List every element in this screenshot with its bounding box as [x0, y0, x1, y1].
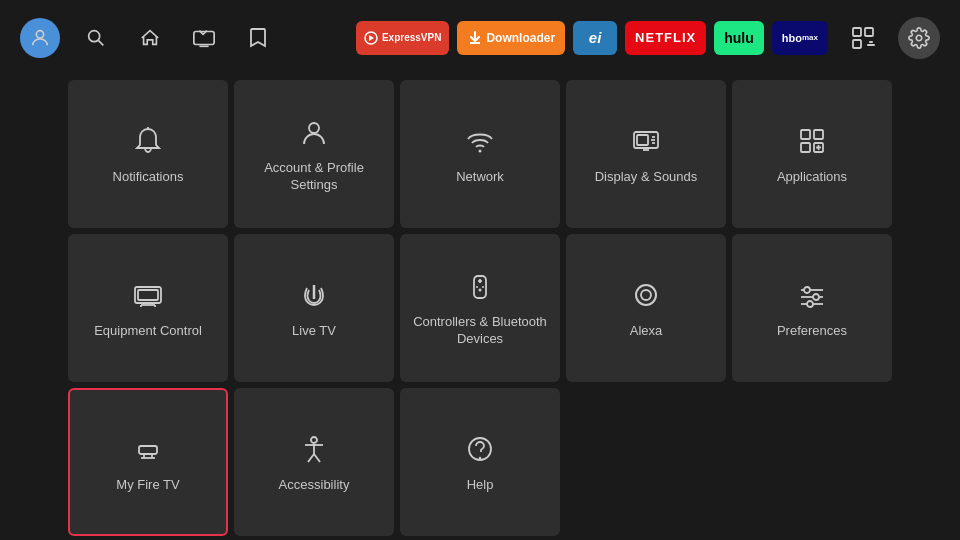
alexa-label: Alexa	[630, 323, 663, 340]
grid-item-preferences[interactable]: Preferences	[732, 234, 892, 382]
help-icon	[462, 431, 498, 467]
downloader-app[interactable]: Downloader	[457, 21, 565, 55]
notifications-icon	[130, 123, 166, 159]
netflix-app[interactable]: NETFLIX	[625, 21, 706, 55]
grid-item-display-sounds[interactable]: Display & Sounds	[566, 80, 726, 228]
svg-rect-6	[853, 28, 861, 36]
ei-app[interactable]: ei	[573, 21, 617, 55]
controllers-label: Controllers & Bluetooth Devices	[410, 314, 550, 348]
svg-point-14	[479, 149, 482, 152]
grid-item-notifications[interactable]: Notifications	[68, 80, 228, 228]
svg-rect-23	[814, 130, 823, 139]
hulu-app[interactable]: hulu	[714, 21, 764, 55]
grid-item-network[interactable]: Network	[400, 80, 560, 228]
apps-grid-icon[interactable]	[846, 21, 880, 55]
svg-point-41	[636, 285, 656, 305]
equipment-label: Equipment Control	[94, 323, 202, 340]
svg-point-59	[479, 456, 481, 458]
account-label: Account & Profile Settings	[244, 160, 384, 194]
svg-rect-31	[138, 290, 158, 300]
expressvpn-app[interactable]: ExpressVPN	[356, 21, 449, 55]
controllers-icon	[462, 268, 498, 304]
equipment-icon	[130, 277, 166, 313]
svg-line-56	[308, 454, 314, 462]
notifications-label: Notifications	[113, 169, 184, 186]
svg-rect-9	[869, 41, 873, 43]
svg-point-38	[479, 289, 482, 292]
svg-rect-49	[139, 446, 157, 454]
svg-point-39	[476, 286, 478, 288]
bookmark-icon[interactable]	[240, 20, 276, 56]
accessibility-label: Accessibility	[279, 477, 350, 494]
network-icon	[462, 123, 498, 159]
svg-point-48	[807, 301, 813, 307]
svg-point-42	[641, 290, 651, 300]
svg-rect-22	[801, 130, 810, 139]
preferences-label: Preferences	[777, 323, 847, 340]
livetv-icon	[296, 277, 332, 313]
tv-icon[interactable]	[186, 20, 222, 56]
grid-item-myfiretv[interactable]: My Fire TV	[68, 388, 228, 536]
grid-item-applications[interactable]: Applications	[732, 80, 892, 228]
account-icon	[296, 114, 332, 150]
grid-item-account[interactable]: Account & Profile Settings	[234, 80, 394, 228]
livetv-label: Live TV	[292, 323, 336, 340]
svg-rect-18	[637, 135, 648, 145]
top-navigation: ExpressVPN Downloader ei NETFLIX hulu hb…	[0, 0, 960, 75]
svg-rect-24	[801, 143, 810, 152]
myfiretv-label: My Fire TV	[116, 477, 179, 494]
avatar[interactable]	[20, 18, 60, 58]
grid-item-equipment[interactable]: Equipment Control	[68, 234, 228, 382]
svg-point-0	[36, 30, 43, 37]
svg-rect-10	[867, 44, 875, 46]
help-label: Help	[467, 477, 494, 494]
home-icon[interactable]	[132, 20, 168, 56]
applications-icon	[794, 123, 830, 159]
display-sounds-label: Display & Sounds	[595, 169, 698, 186]
svg-point-46	[804, 287, 810, 293]
myfiretv-icon	[130, 431, 166, 467]
svg-point-11	[916, 35, 922, 41]
svg-line-57	[314, 454, 320, 462]
network-label: Network	[456, 169, 504, 186]
svg-point-47	[813, 294, 819, 300]
display-sounds-icon	[628, 123, 664, 159]
alexa-icon	[628, 277, 664, 313]
applications-label: Applications	[777, 169, 847, 186]
grid-item-controllers[interactable]: Controllers & Bluetooth Devices	[400, 234, 560, 382]
grid-item-alexa[interactable]: Alexa	[566, 234, 726, 382]
svg-point-13	[309, 123, 319, 133]
hbomax-app[interactable]: hbomax	[772, 21, 828, 55]
app-bar: ExpressVPN Downloader ei NETFLIX hulu hb…	[356, 21, 828, 55]
grid-item-help[interactable]: Help	[400, 388, 560, 536]
settings-grid: Notifications Account & Profile Settings…	[0, 75, 960, 540]
svg-point-1	[89, 30, 100, 41]
preferences-icon	[794, 277, 830, 313]
svg-rect-7	[865, 28, 873, 36]
grid-item-accessibility[interactable]: Accessibility	[234, 388, 394, 536]
svg-rect-8	[853, 40, 861, 48]
accessibility-icon	[296, 431, 332, 467]
svg-point-40	[482, 286, 484, 288]
svg-point-53	[311, 437, 317, 443]
search-icon[interactable]	[78, 20, 114, 56]
settings-gear-button[interactable]	[898, 17, 940, 59]
svg-line-2	[98, 40, 103, 45]
grid-item-livetv[interactable]: Live TV	[234, 234, 394, 382]
